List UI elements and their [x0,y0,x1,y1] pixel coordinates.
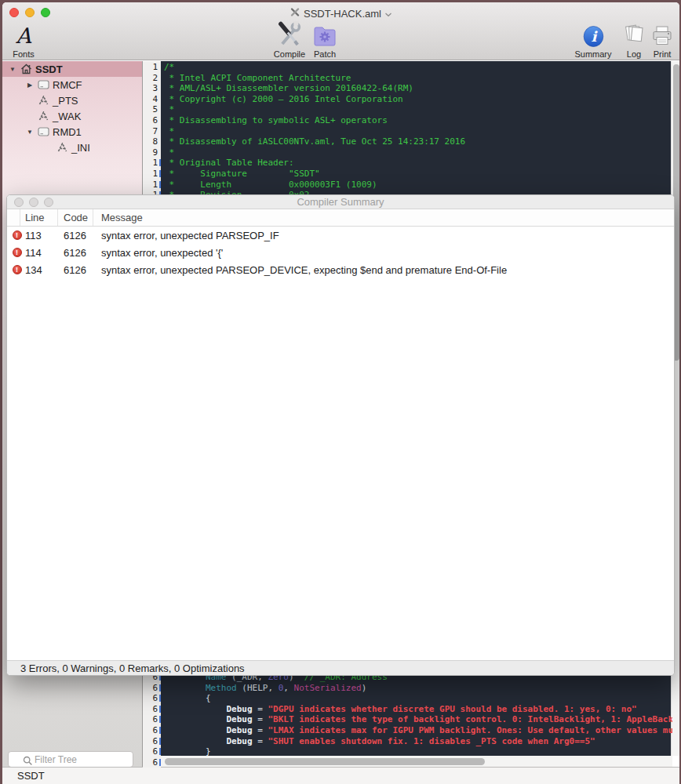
method-icon [35,96,51,105]
tree-item-label: _WAK [53,111,81,122]
disclosure-down-icon[interactable]: ▼ [7,66,18,73]
code-column-header[interactable]: Code [58,209,93,226]
code-line: 4 * Copyright (c) 2000 – 2016 Intel Corp… [143,94,672,105]
line-number-clip-mark [159,748,161,755]
code-line: 5 * [143,104,672,115]
error-table-header: Line Code Message [7,209,674,227]
code-line: 7 * [143,126,672,137]
line-number-clip-mark [159,159,161,166]
code-line: 1 * Original Table Header: [143,158,672,169]
error-row[interactable]: !1146126syntax error, unexpected '{' [7,244,674,261]
error-table-body: !1136126syntax error, unexpected PARSEOP… [7,227,674,278]
fonts-icon: A [16,24,31,48]
code-line: 3 * AML/ASL+ Disassembler version 201604… [143,83,672,94]
code-line: 6 * Disassembling to symbolic ASL+ opera… [143,115,672,126]
panel-minimize-button[interactable] [29,198,38,207]
line-number-clip-mark [159,695,161,702]
panel-close-button[interactable] [14,198,24,207]
acpi-tree: ▼SSDT▶RMCF_PTS_WAK▼RMD1_INI [2,61,142,155]
error-cell: ! [7,248,20,257]
document-proxy-icon[interactable] [290,6,300,20]
panel-status-text: 3 Errors, 0 Warnings, 0 Remarks, 0 Optim… [20,662,245,674]
horizontal-scrollbar-thumb[interactable] [165,758,485,765]
code-line: 6 Debug = "LMAX indicates max for IGPU P… [143,725,672,736]
maciasl-app: SSDT-HACK.aml A Fonts [0,0,681,784]
disclosure-down-icon[interactable]: ▼ [24,129,35,136]
minimize-button[interactable] [25,8,35,17]
sidebar-item-rmd1[interactable]: ▼RMD1 [2,124,142,140]
sidebar-item-ini[interactable]: _INI [2,140,142,155]
home-icon [18,64,34,74]
print-button[interactable]: Print [650,21,674,59]
error-code: 6126 [58,230,93,241]
title-chevron-icon[interactable] [385,6,392,20]
compiler-summary-panel: Compiler Summary Line Code Message !1136… [6,194,675,676]
window-title-group: SSDT-HACK.aml [290,6,392,20]
log-label: Log [627,49,641,59]
icon-column-header[interactable] [7,209,20,226]
method-icon [54,143,70,152]
error-code: 6126 [58,264,93,276]
sidebar-item-rmcf[interactable]: ▶RMCF [2,77,142,93]
zoom-button[interactable] [41,8,50,17]
panel-titlebar[interactable]: Compiler Summary [7,195,674,209]
close-button[interactable] [9,8,19,17]
print-icon [650,24,674,48]
patch-folder-icon [311,24,338,48]
line-number: 7 [143,126,161,137]
status-bar: SSDT [2,767,679,784]
sidebar-item-ssdt[interactable]: ▼SSDT [2,61,142,77]
compile-tools-icon [275,21,304,48]
fonts-label: Fonts [13,49,35,59]
panel-zoom-button[interactable] [44,198,53,207]
line-number: 6 [143,757,161,768]
line-number-clip-mark [159,727,161,734]
tree-item-label: SSDT [35,64,63,75]
error-row[interactable]: !1346126syntax error, unexpected PARSEOP… [7,261,674,278]
error-message: syntax error, unexpected PARSEOP_IF [93,230,674,241]
code-line: 6 Debug = "BKLT indicates the type of ba… [143,714,672,725]
tree-item-label: RMCF [53,79,82,91]
compile-button[interactable]: Compile [274,21,305,59]
code-line: 1 * Signature "SSDT" [143,169,672,180]
message-column-header[interactable]: Message [93,209,674,226]
code-line: 6 Method (HELP, 0, NotSerialized) [143,683,672,694]
line-number-clip-mark [159,706,161,713]
line-number: 1 [143,169,161,180]
panel-status-bar: 3 Errors, 0 Warnings, 0 Remarks, 0 Optim… [7,660,674,675]
line-column-header[interactable]: Line [20,209,58,226]
disclosure-right-icon[interactable]: ▶ [24,82,35,89]
patch-button[interactable]: Patch [311,21,338,59]
device-icon [35,80,51,89]
line-number-clip-mark [159,738,161,745]
error-row[interactable]: !1136126syntax error, unexpected PARSEOP… [7,227,674,244]
code-line: 1 * Length 0x000003F1 (1009) [143,180,672,191]
line-number: 6 [143,693,161,704]
summary-button[interactable]: i Summary [574,21,611,59]
error-cell: ! [7,265,20,274]
line-number: 4 [143,94,161,105]
filter-tree-input[interactable]: Filter Tree [8,751,133,768]
line-number: 2 [143,73,161,84]
sidebar-item-pts[interactable]: _PTS [2,93,142,108]
compile-label: Compile [274,49,305,59]
fonts-button[interactable]: A Fonts [13,21,35,59]
code-line: 6 Debug = "DGPU indicates whether discre… [143,704,672,715]
line-number: 6 [143,115,161,126]
log-button[interactable]: Log [622,21,646,59]
log-pages-icon [622,23,646,48]
code-line: 6 { [143,693,672,704]
code-line: 9 * [143,147,672,158]
line-number: 3 [143,83,161,94]
panel-window-controls [14,198,53,207]
tree-item-label: RMD1 [53,126,82,138]
code-line: 6 Debug = "SHUT enables shutdown fix. 1:… [143,736,672,747]
summary-label: Summary [574,49,611,59]
line-number-clip-mark [159,170,161,177]
print-label: Print [654,49,672,59]
code-line: 8 * Disassembly of iASLC00NTv.aml, Tue O… [143,136,672,147]
line-number: 1 [143,180,161,191]
sidebar-item-wak[interactable]: _WAK [2,108,142,124]
line-number: 6 [143,704,161,715]
error-line-number: 134 [20,264,58,276]
